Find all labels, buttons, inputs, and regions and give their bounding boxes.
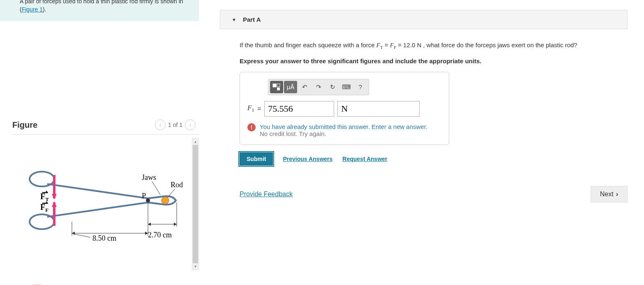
- alert-icon: !: [247, 123, 256, 131]
- equals-sign: =: [257, 105, 261, 112]
- dim2-label: 2.70 cm: [148, 231, 172, 239]
- undo-button[interactable]: ↶: [298, 81, 311, 93]
- scroll-thumb[interactable]: [193, 145, 198, 263]
- chevron-right-icon: ›: [616, 191, 618, 198]
- svg-point-3: [162, 197, 169, 204]
- q-eq2: = 12.0 N: [398, 41, 423, 48]
- q-before: If the thumb and finger each squeeze wit…: [240, 41, 376, 48]
- question-text: If the thumb and finger each squeeze wit…: [240, 41, 628, 51]
- problem-intro: A pair of forceps used to hold a thin pl…: [0, 0, 199, 21]
- svg-marker-5: [52, 194, 57, 200]
- svg-point-0: [30, 172, 54, 186]
- answer-unit-input[interactable]: [337, 101, 420, 117]
- answer-value-input[interactable]: [264, 101, 334, 117]
- svg-rect-20: [273, 84, 276, 87]
- ans-var: F: [247, 104, 252, 112]
- q-ff-sub: F: [394, 45, 396, 50]
- units-button[interactable]: μÅ: [284, 81, 297, 93]
- jaws-label: Jaws: [142, 173, 156, 182]
- answer-box: μÅ ↶ ↷ ↻ ⌨ ? F1 = ! You have already sub…: [240, 72, 449, 145]
- svg-line-12: [152, 182, 160, 195]
- provide-feedback-link[interactable]: Provide Feedback: [240, 191, 293, 198]
- answer-variable: F1: [247, 104, 254, 113]
- answer-toolbar: μÅ ↶ ↷ ↻ ⌨ ?: [268, 79, 369, 95]
- keyboard-button[interactable]: ⌨: [340, 81, 353, 93]
- figure-page-count: 1 of 1: [168, 122, 182, 128]
- request-answer-link[interactable]: Request Answer: [342, 156, 387, 162]
- templates-button[interactable]: [270, 81, 283, 93]
- q-ft: F: [376, 42, 380, 48]
- ans-sub: 1: [252, 107, 254, 113]
- part-header[interactable]: ▼ Part A: [220, 10, 628, 29]
- forceps-diagram: P ⇀ FT ⇀ FF: [12, 155, 185, 246]
- reset-button[interactable]: ↻: [326, 81, 339, 93]
- q-after: , what force do the forceps jaws exert o…: [423, 41, 577, 48]
- scroll-down-icon[interactable]: ▾: [192, 263, 199, 270]
- q-ff: F: [390, 42, 394, 48]
- next-label: Next: [600, 191, 614, 198]
- figure-next-button[interactable]: ›: [185, 120, 196, 130]
- figure-pager: ‹ 1 of 1 ›: [155, 120, 199, 130]
- redo-button[interactable]: ↷: [312, 81, 325, 93]
- answer-instruction: Express your answer to three significant…: [240, 57, 628, 64]
- svg-point-1: [30, 214, 54, 229]
- rod-label: Rod: [171, 181, 183, 189]
- feedback-message: ! You have already submitted this answer…: [247, 123, 441, 137]
- q-eq1: =: [385, 41, 390, 48]
- dim1-label: 8.50 cm: [92, 234, 116, 242]
- previous-answers-link[interactable]: Previous Answers: [283, 156, 332, 162]
- help-button[interactable]: ?: [354, 81, 367, 93]
- figure-header: Figure ‹ 1 of 1 ›: [12, 120, 199, 135]
- svg-marker-7: [52, 201, 57, 207]
- pivot-label: P: [142, 192, 146, 200]
- next-button[interactable]: Next ›: [591, 186, 628, 202]
- svg-rect-22: [277, 87, 280, 90]
- q-ft-sub: T: [380, 45, 383, 50]
- figure-title: Figure: [12, 120, 37, 130]
- intro-text-after: ).: [43, 6, 46, 13]
- part-label: Part A: [243, 16, 261, 23]
- feedback-line1: You have already submitted this answer. …: [260, 123, 427, 130]
- figure-prev-button[interactable]: ‹: [155, 120, 166, 130]
- figure-scrollbar[interactable]: ▴ ▾: [192, 138, 199, 270]
- collapse-icon: ▼: [232, 17, 236, 22]
- svg-point-2: [146, 198, 150, 202]
- figure-body: P ⇀ FT ⇀ FF: [12, 135, 199, 270]
- scroll-up-icon[interactable]: ▴: [192, 138, 199, 145]
- figure-link[interactable]: Figure 1: [22, 6, 43, 13]
- ff-label: F: [40, 202, 45, 211]
- ff-sub: F: [45, 207, 48, 213]
- svg-rect-21: [277, 84, 280, 87]
- svg-line-16: [74, 234, 90, 237]
- feedback-line2: No credit lost. Try again.: [260, 130, 427, 137]
- submit-button[interactable]: Submit: [240, 152, 273, 165]
